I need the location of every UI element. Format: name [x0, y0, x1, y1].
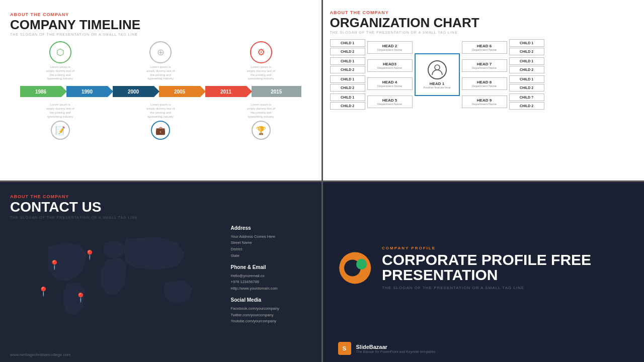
timeline-segments: 1986 1990 2000 2005 2011 2015 [20, 86, 301, 97]
head-7-name: HEAD 7 [465, 62, 504, 66]
head-3: HEAD3 Department Name [367, 59, 413, 72]
org-center: HEAD 1 Another feature hear [415, 39, 460, 110]
timeline-top-icons: ⬡ Lorem ipsum issimply dummy text ofthe … [10, 41, 311, 81]
pin-blue: 📍 [49, 259, 60, 270]
contact-body: 📍 📍 📍 📍 Address Your Address Comes Here … [10, 224, 311, 346]
rchild-1-2: CHILD 2 [509, 48, 544, 55]
head-7: HEAD 7 Department Name [462, 59, 507, 72]
head-3-dept: Department Name [371, 66, 409, 69]
phone-content: Hello@youremail.co +976 123456789 Http:/… [231, 273, 311, 292]
person-icon [428, 60, 447, 79]
child-4-2: CHILD 2 [330, 102, 365, 110]
sb-sub: The Bazaar for PowerPoint and Keynote te… [356, 350, 436, 353]
child-4-1: CHILD 1 [330, 94, 365, 101]
icon-text: 📝 [51, 121, 70, 140]
head-2-dept: Department Name [371, 48, 409, 51]
company-logo [338, 245, 372, 291]
head-9-dept: Department Name [465, 103, 504, 106]
address-title: Address [231, 224, 311, 232]
org-left-pair-4: CHILD 1 CHILD 2 [330, 94, 365, 110]
icon-gear: ⚙ [250, 41, 272, 63]
svg-point-5 [345, 264, 353, 272]
rchild-3-1: CHILD 1 [509, 75, 544, 83]
pin-green: 📍 [38, 286, 49, 297]
child-2-1: CHILD 1 [330, 57, 365, 65]
timeline-panel: ABOUT THE COMPANY COMPANY TIMELINE THE S… [0, 0, 321, 180]
org-tagline: THE SLOGAN OF THE PRESENTATION OR A SMAL… [330, 31, 637, 34]
corporate-tagline: THE SLOGAN OF THE PRESENTATION OR A SMAL… [382, 286, 629, 290]
pin-red: 📍 [75, 292, 86, 303]
head-3-name: HEAD3 [371, 62, 409, 66]
rchild-4-1: CHILD ? [509, 94, 544, 101]
head-4-name: HEAD 4 [371, 80, 409, 84]
sb-logo-icon: S [338, 342, 351, 355]
timeline-bottom-3: Lorem ipsum issimply dummy text ofthe pr… [241, 103, 281, 140]
center-desc: Another feature hear [423, 86, 451, 89]
corporate-panel: COMPANY PROFILE CORPORATE PROFILE FREE P… [323, 182, 645, 363]
website-label: www.heritagechristiancollege.com [10, 352, 71, 357]
org-left-children: CHILD 1 CHILD 2 CHILD 1 CHILD 2 CHILD 1 … [330, 39, 365, 110]
timeline-bottom-1: Lorem ipsum issimply dummy text ofthe pr… [40, 103, 80, 140]
head-6-name: HEAD 6 [465, 44, 504, 48]
contact-about: ABOUT THE COMPANY [10, 194, 69, 199]
pin-orange: 📍 [84, 249, 95, 260]
org-left-heads: HEAD 2 Department Name HEAD3 Department … [367, 39, 413, 110]
contact-title: CONTACT US [10, 200, 311, 214]
org-panel: ABOUT THE COMPANY ORGANIZATION CHART THE… [323, 0, 645, 180]
svg-point-4 [356, 259, 366, 269]
org-right-children: CHILD 1 CHILD 2 CHILD 1 CHILD 2 CHILD 1 … [509, 39, 544, 110]
head-6-dept: Department Name [465, 48, 504, 51]
icon-database: ⊕ [149, 41, 172, 63]
icon-3-text: Lorem ipsum issimply dummy text ofthe pr… [247, 65, 275, 81]
sb-name: SlideBazaar [356, 344, 436, 350]
seg-2000: 2000 [113, 86, 154, 97]
org-right-pair-4: CHILD ? CHILD 2 [509, 94, 544, 110]
head-6: HEAD 6 Department Name [462, 41, 507, 54]
svg-point-0 [435, 65, 440, 70]
sb-text-block: SlideBazaar The Bazaar for PowerPoint an… [356, 344, 436, 353]
head-9: HEAD 9 Department Name [462, 96, 507, 108]
bottom-text-2: Lorem ipsum issimply dummy text ofthe pr… [146, 103, 175, 119]
icon-2-text: Lorem ipsum issimply dummy text ofthe pr… [146, 65, 175, 81]
head-8-dept: Department Name [465, 84, 504, 87]
child-1-2: CHILD 2 [330, 48, 365, 55]
social-content: Facebook.com/yourcompany Twitter.com/you… [231, 306, 311, 325]
company-profile-label: COMPANY PROFILE [382, 246, 629, 250]
timeline-about: ABOUT THE COMPANY [10, 12, 69, 17]
center-name: HEAD 1 [430, 81, 444, 86]
corporate-title: CORPORATE PROFILE FREE PRESENTATION [382, 252, 629, 283]
contact-info: Address Your Address Comes Here Street N… [231, 224, 311, 346]
head-9-name: HEAD 9 [465, 98, 504, 103]
org-right-pair-3: CHILD 1 CHILD 2 [509, 75, 544, 92]
seg-2005: 2005 [159, 86, 200, 97]
head-5-dept: Department Name [371, 103, 409, 106]
timeline-bottom-icons: Lorem ipsum issimply dummy text ofthe pr… [10, 103, 311, 140]
icon-award: 🏆 [252, 121, 271, 140]
bottom-text-1: Lorem ipsum issimply dummy text ofthe pr… [46, 103, 74, 119]
bottom-text-3: Lorem ipsum issimply dummy text ofthe pr… [247, 103, 275, 119]
org-right-pair-1: CHILD 1 CHILD 2 [509, 39, 544, 55]
child-3-1: CHILD 1 [330, 75, 365, 83]
icon-1-text: Lorem ipsum issimply dummy text ofthe pr… [46, 65, 74, 81]
seg-1990: 1990 [66, 86, 108, 97]
timeline-title: COMPANY TIMELINE [10, 18, 311, 31]
child-1-1: CHILD 1 [330, 39, 365, 47]
org-left-pair-3: CHILD 1 CHILD 2 [330, 75, 365, 92]
rchild-4-2: CHILD 2 [509, 102, 544, 110]
head-8: HEAD 8 Department Name [462, 77, 507, 90]
timeline-bar: 1986 1990 2000 2005 2011 2015 [20, 84, 301, 99]
head-4: HEAD 4 Department Name [367, 77, 413, 90]
head-8-name: HEAD 8 [465, 80, 504, 84]
org-right-pair-2: CHILD 1 CHILD 2 [509, 57, 544, 73]
seg-2011: 2011 [205, 86, 247, 97]
contact-panel: ABOUT THE COMPANY CONTACT US THE SLOGAN … [0, 182, 321, 363]
social-title: Social Media [231, 296, 311, 304]
org-title: ORGANIZATION CHART [330, 16, 637, 29]
timeline-icon-2: ⊕ Lorem ipsum issimply dummy text ofthe … [140, 41, 181, 81]
icon-briefcase: 💼 [151, 121, 170, 140]
rchild-2-2: CHILD 2 [509, 66, 544, 73]
org-right-heads: HEAD 6 Department Name HEAD 7 Department… [462, 39, 507, 110]
org-left-pair-2: CHILD 1 CHILD 2 [330, 57, 365, 73]
map-area: 📍 📍 📍 📍 [10, 224, 231, 346]
phone-title: Phone & Email [231, 263, 311, 272]
